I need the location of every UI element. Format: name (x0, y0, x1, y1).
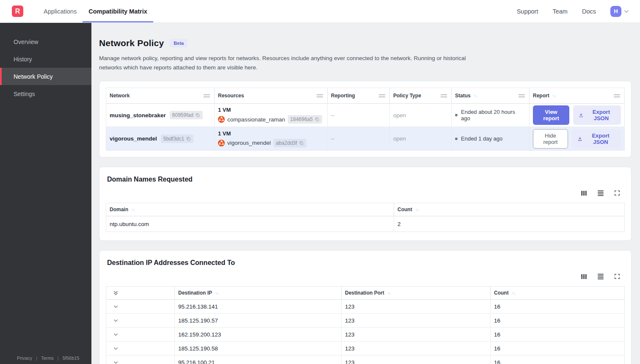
export-json-button[interactable]: Export JSON (572, 129, 621, 149)
row-expand-icon[interactable] (113, 345, 119, 352)
terms-link[interactable]: Terms (41, 356, 54, 361)
destination-row[interactable]: 95.216.100.21 123 16 (106, 356, 624, 364)
sidebar-item-history[interactable]: History (0, 50, 91, 68)
footer-divider: | (36, 356, 37, 361)
column-resize-handle[interactable] (441, 94, 447, 97)
destination-row[interactable]: 162.159.200.123 123 16 (106, 328, 624, 342)
user-menu[interactable]: H (610, 6, 630, 17)
network-id: 60959fad (172, 112, 193, 118)
sidebar-item-network-policy[interactable]: Network Policy (0, 68, 91, 85)
col-header-reporting: Reporting (328, 88, 390, 103)
count-cell: 16 (491, 356, 624, 364)
sort-icon[interactable]: ↑↓ (415, 207, 419, 212)
sidebar-item-settings[interactable]: Settings (0, 85, 91, 102)
sort-icon[interactable]: ↑↓ (387, 291, 391, 295)
resource-id-badge[interactable]: aba2dd3f (273, 139, 306, 147)
count-cell: 16 (491, 328, 624, 341)
col-header-domain: Domain ↑↓ (106, 203, 394, 216)
nav-link-docs[interactable]: Docs (582, 8, 596, 15)
chevron-down-icon (623, 8, 630, 15)
policy-type-value: open (393, 135, 406, 142)
fullscreen-icon[interactable] (614, 189, 621, 197)
export-json-button[interactable]: Export JSON (573, 105, 621, 125)
col-label: Policy Type (393, 93, 421, 99)
sort-icon[interactable]: ↑↓ (215, 291, 218, 295)
networks-table-header: Network Resources Reporting Policy Type (106, 88, 624, 104)
privacy-link[interactable]: Privacy (17, 356, 32, 361)
col-label: Status (455, 93, 471, 99)
network-id-badge[interactable]: 5bdf3dc1 (161, 135, 193, 143)
copy-icon[interactable] (299, 141, 304, 146)
row-expand-icon[interactable] (113, 317, 119, 324)
sidebar-footer: Privacy | Terms | 5f56b15 (17, 356, 80, 361)
destination-port-cell: 123 (342, 300, 491, 313)
destinations-table-header: Destination IP ↑↓ Destination Port ↑↓ Co… (106, 287, 624, 300)
columns-toggle-icon[interactable] (580, 189, 588, 197)
hide-report-button[interactable]: Hide report (533, 129, 568, 149)
count-cell: 2 (394, 216, 624, 232)
col-label: Resources (218, 93, 244, 99)
col-label: Count (494, 290, 509, 296)
page-title: Network Policy (99, 38, 164, 48)
col-label: Destination Port (345, 290, 384, 296)
column-resize-handle[interactable] (614, 94, 620, 97)
network-row-selected[interactable]: vigorous_mendel 5bdf3dc1 1 VM vigorous_m… (106, 127, 624, 150)
row-expand-icon[interactable] (113, 303, 119, 310)
nav-link-team[interactable]: Team (552, 8, 567, 15)
destination-row[interactable]: 95.216.138.141 123 16 (106, 300, 624, 314)
sort-icon[interactable]: ↑↓ (512, 291, 515, 295)
destination-ip-cell: 185.125.190.58 (175, 342, 342, 355)
status-text: Ended 1 day ago (461, 135, 502, 142)
domain-row[interactable]: ntp.ubuntu.com 2 (106, 216, 624, 232)
row-density-icon[interactable] (597, 273, 604, 280)
nav-link-support[interactable]: Support (517, 8, 538, 15)
destination-row[interactable]: 185.125.190.58 123 16 (106, 342, 624, 356)
fullscreen-icon[interactable] (614, 273, 621, 280)
network-id-badge[interactable]: 60959fad (170, 111, 203, 119)
ubuntu-icon (218, 140, 225, 146)
resource-id-badge[interactable]: 184696a5 (288, 115, 322, 124)
app-logo[interactable]: R (12, 6, 23, 17)
columns-toggle-icon[interactable] (580, 273, 588, 280)
network-name: musing_stonebraker (110, 112, 166, 119)
column-resize-handle[interactable] (204, 94, 210, 97)
status-dot (455, 138, 458, 140)
networks-table: Network Resources Reporting Policy Type (106, 88, 625, 151)
table-toolbar (106, 273, 625, 280)
col-header-destination-ip: Destination IP ↑↓ (175, 287, 342, 299)
destination-port-cell: 123 (342, 328, 491, 341)
network-row[interactable]: musing_stonebraker 60959fad 1 VM compass… (106, 104, 624, 127)
destination-port-cell: 123 (342, 342, 491, 355)
row-expand-icon[interactable] (113, 331, 119, 338)
sort-icon[interactable]: ↑↓ (474, 94, 477, 98)
column-resize-handle[interactable] (317, 94, 323, 97)
destination-row[interactable]: 185.125.190.57 123 16 (106, 314, 624, 328)
col-header-destination-port: Destination Port ↑↓ (342, 287, 491, 299)
count-cell: 16 (491, 300, 624, 313)
expand-all-icon[interactable] (113, 290, 119, 296)
row-expand-icon[interactable] (113, 359, 119, 364)
sort-icon[interactable]: ↑↓ (552, 94, 556, 98)
tab-compatibility-matrix[interactable]: Compatibility Matrix (83, 0, 153, 22)
sort-icon[interactable]: ↑↓ (131, 207, 135, 212)
column-resize-handle[interactable] (519, 94, 525, 97)
tab-applications[interactable]: Applications (38, 0, 83, 22)
user-avatar[interactable]: H (610, 6, 621, 17)
sidebar-item-overview[interactable]: Overview (0, 33, 91, 50)
vm-count: 1 VM (218, 107, 322, 113)
destinations-card: Destination IP Addresses Connected To De… (99, 250, 632, 364)
count-cell: 16 (491, 342, 624, 355)
col-header-status: Status ↑↓ (452, 88, 530, 103)
resource-name: vigorous_mendel (227, 140, 271, 146)
col-header-count: Count ↑↓ (394, 203, 624, 216)
copy-icon[interactable] (314, 117, 320, 122)
column-resize-handle[interactable] (379, 94, 385, 97)
domains-table-header: Domain ↑↓ Count ↑↓ (106, 203, 624, 216)
col-label: Report (533, 93, 549, 99)
view-report-button[interactable]: View report (533, 105, 569, 125)
col-header-policy-type: Policy Type (390, 88, 452, 103)
copy-icon[interactable] (186, 136, 191, 141)
export-json-label: Export JSON (587, 109, 615, 121)
copy-icon[interactable] (195, 113, 200, 118)
row-density-icon[interactable] (597, 189, 604, 197)
